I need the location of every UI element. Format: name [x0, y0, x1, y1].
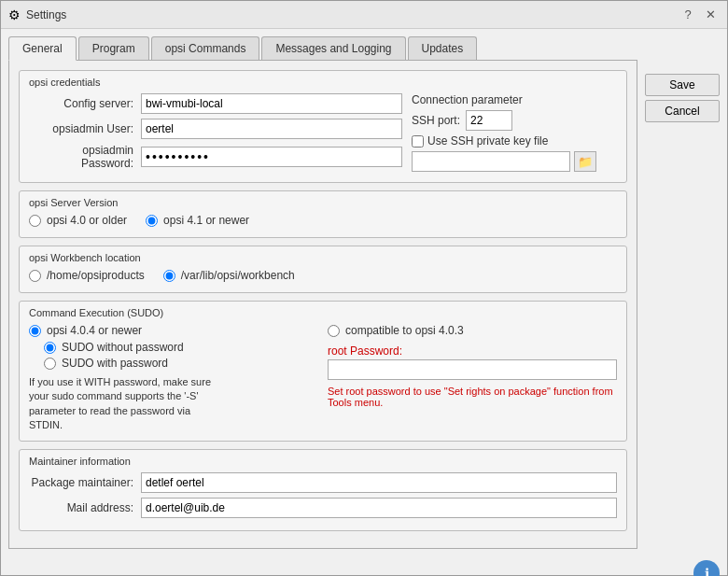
window-title: Settings: [26, 8, 66, 21]
close-button[interactable]: ✕: [701, 6, 720, 24]
sudo-no-password-label: SUDO without password: [62, 341, 184, 354]
root-warning-text: Set root password to use "Set rights on …: [328, 386, 617, 408]
ssh-key-checkbox-row: Use SSH private key file: [412, 134, 617, 148]
content-area: General Program opsi Commands Messages a…: [1, 29, 727, 556]
server-version-41-label: opsi 4.1 or newer: [163, 214, 249, 227]
opsiadmin-user-label: opsiadmin User:: [29, 122, 141, 135]
sudo-with-password-label: SUDO with password: [62, 357, 168, 370]
opsi-server-version-section: opsi Server Version opsi 4.0 or older op…: [19, 190, 627, 238]
ssh-key-checkbox[interactable]: [412, 135, 424, 148]
ssh-key-file-row: 📁: [412, 151, 617, 172]
sudo-options: SUDO without password SUDO with password: [44, 341, 318, 370]
opsi-workbench-title: opsi Workbench location: [29, 252, 617, 263]
opsi-credentials-title: opsi credentials: [29, 77, 617, 88]
ssh-key-folder-button[interactable]: 📁: [574, 151, 596, 172]
opsi-workbench-section: opsi Workbench location /home/opsiproduc…: [19, 246, 627, 293]
main-panel: General Program opsi Commands Messages a…: [8, 36, 637, 549]
ssh-key-label: Use SSH private key file: [427, 134, 548, 148]
sudo-warning-text: If you use it WITH password, make sure y…: [29, 375, 216, 433]
cmd-404-row: opsi 4.0.4 or newer: [29, 324, 318, 337]
ssh-port-label: SSH port:: [412, 114, 460, 127]
ssh-port-row: SSH port:: [412, 110, 617, 131]
opsiadmin-password-label: opsiadmin Password:: [29, 144, 141, 170]
cancel-button[interactable]: Cancel: [645, 100, 720, 122]
root-password-label: root Password:: [328, 344, 402, 358]
cmd-compatible-label: compatible to opsi 4.0.3: [345, 324, 464, 337]
config-server-label: Config server:: [29, 97, 141, 110]
cmd-404-radio[interactable]: [29, 325, 41, 337]
config-server-input[interactable]: [141, 93, 402, 114]
opsiadmin-user-row: opsiadmin User:: [29, 119, 402, 139]
tab-messages-logging[interactable]: Messages and Logging: [261, 36, 405, 60]
root-password-row: root Password:: [328, 344, 617, 358]
mail-address-label: Mail address:: [29, 501, 141, 514]
sudo-no-password-row: SUDO without password: [44, 341, 318, 354]
tab-content-general: opsi credentials Config server: opsiadmi…: [8, 61, 637, 549]
ssh-port-input[interactable]: [466, 110, 512, 131]
mail-address-input[interactable]: [141, 498, 617, 518]
settings-window: ⚙ Settings ? ✕ General Program opsi Comm…: [0, 0, 728, 576]
workbench-var-row: /var/lib/opsi/workbench: [163, 269, 295, 282]
command-execution-section: Command Execution (SUDO) opsi 4.0.4 or n…: [19, 301, 627, 442]
sudo-with-password-row: SUDO with password: [44, 357, 318, 370]
workbench-var-radio[interactable]: [163, 270, 175, 282]
workbench-home-row: /home/opsiproducts: [29, 269, 145, 282]
save-button[interactable]: Save: [645, 74, 720, 96]
cmd-compatible-radio[interactable]: [328, 325, 340, 337]
config-server-row: Config server:: [29, 93, 402, 114]
opsiadmin-password-input[interactable]: [141, 147, 402, 167]
server-version-41-radio[interactable]: [146, 215, 158, 227]
server-version-40-label: opsi 4.0 or older: [47, 214, 127, 227]
mail-address-row: Mail address:: [29, 498, 617, 518]
tab-opsi-commands[interactable]: opsi Commands: [151, 36, 260, 60]
server-version-options: opsi 4.0 or older opsi 4.1 or newer: [29, 214, 617, 230]
tab-general[interactable]: General: [8, 36, 77, 61]
server-version-41-row: opsi 4.1 or newer: [146, 214, 249, 227]
credentials-fields: Config server: opsiadmin User: opsiadmin…: [29, 93, 402, 175]
title-bar: ⚙ Settings ? ✕: [1, 1, 727, 29]
root-password-input[interactable]: [328, 359, 617, 380]
command-execution-body: opsi 4.0.4 or newer SUDO without passwor…: [29, 324, 617, 433]
title-buttons: ? ✕: [679, 6, 720, 24]
cmd-exec-left: opsi 4.0.4 or newer SUDO without passwor…: [29, 324, 318, 433]
workbench-home-radio[interactable]: [29, 270, 41, 282]
tab-bar: General Program opsi Commands Messages a…: [8, 36, 637, 61]
opsi-credentials-section: opsi credentials Config server: opsiadmi…: [19, 70, 627, 183]
help-button[interactable]: ?: [679, 6, 697, 24]
tab-updates[interactable]: Updates: [408, 36, 478, 60]
ssh-key-file-input[interactable]: [412, 151, 570, 172]
maintainer-section: Maintainer information Package maintaine…: [19, 449, 627, 531]
cmd-compatible-row: compatible to opsi 4.0.3: [328, 324, 617, 337]
side-panel: Save Cancel: [645, 36, 720, 549]
title-left: ⚙ Settings: [8, 7, 66, 22]
bottom-bar: ℹ: [1, 556, 727, 576]
workbench-home-label: /home/opsiproducts: [47, 269, 145, 282]
connection-parameter-title: Connection parameter: [412, 93, 617, 106]
package-maintainer-input[interactable]: [141, 472, 617, 493]
connection-parameter-group: Connection parameter SSH port: Use SSH p…: [412, 93, 617, 175]
server-version-40-radio[interactable]: [29, 215, 41, 227]
maintainer-title: Maintainer information: [29, 456, 617, 467]
opsiadmin-user-input[interactable]: [141, 119, 402, 139]
package-maintainer-label: Package maintainer:: [29, 476, 141, 489]
sudo-with-password-radio[interactable]: [44, 358, 56, 370]
cmd-404-label: opsi 4.0.4 or newer: [47, 324, 142, 337]
info-button[interactable]: ℹ: [693, 560, 720, 576]
workbench-var-label: /var/lib/opsi/workbench: [181, 269, 295, 282]
opsiadmin-password-row: opsiadmin Password:: [29, 144, 402, 170]
cmd-exec-right: compatible to opsi 4.0.3 root Password: …: [328, 324, 617, 433]
workbench-options: /home/opsiproducts /var/lib/opsi/workben…: [29, 269, 617, 285]
command-execution-title: Command Execution (SUDO): [29, 307, 617, 318]
window-icon: ⚙: [8, 7, 21, 22]
opsi-server-version-title: opsi Server Version: [29, 197, 617, 208]
tab-program[interactable]: Program: [78, 36, 149, 60]
root-input-row: [328, 359, 617, 380]
server-version-40-row: opsi 4.0 or older: [29, 214, 127, 227]
package-maintainer-row: Package maintainer:: [29, 472, 617, 493]
sudo-no-password-radio[interactable]: [44, 342, 56, 354]
